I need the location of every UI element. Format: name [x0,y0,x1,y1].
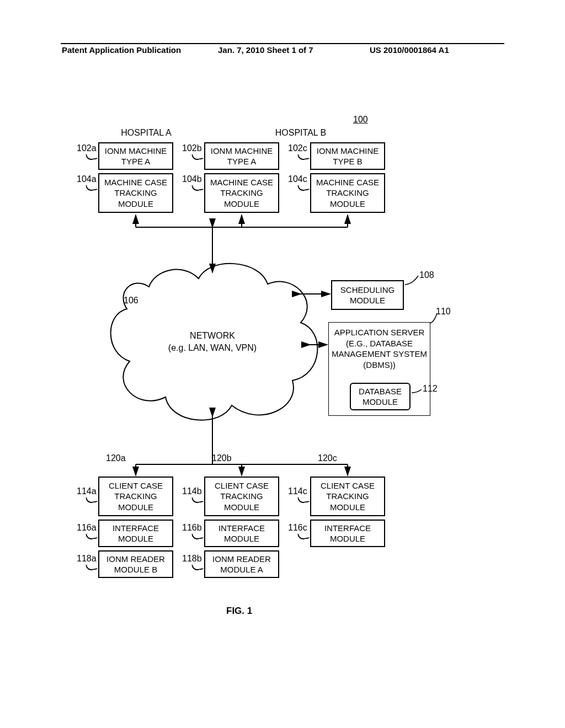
ref-118b: 118b [182,554,202,564]
network-label: NETWORK(e.g. LAN, WAN, VPN) [160,330,265,355]
tick-118b [191,563,204,571]
diagram-overlay [0,0,565,728]
header-left: Patent Application Publication [62,45,181,55]
tick-116b [191,532,204,540]
tick-116a [86,532,98,540]
tick-114c [297,495,310,504]
machine-track-a: MACHINE CASETRACKINGMODULE [98,173,173,213]
ref-114c: 114c [288,486,307,496]
ref-120b: 120b [212,453,232,463]
hospital-a-label: HOSPITAL A [116,128,177,138]
hospital-b-label: HOSPITAL B [270,128,331,138]
ionm-machine-a: IONM MACHINETYPE A [98,142,173,170]
ref-108: 108 [419,270,434,280]
tick-118a [86,563,98,571]
ref-104a: 104a [77,174,97,184]
client-track-a: CLIENT CASETRACKINGMODULE [98,477,173,516]
ionm-machine-b: IONM MACHINETYPE A [204,142,279,170]
machine-track-c: MACHINE CASETRACKINGMODULE [310,173,385,213]
header-right: US 2010/0001864 A1 [370,45,449,55]
ref-106: 106 [124,296,138,306]
scheduling-module: SCHEDULINGMODULE [331,280,404,310]
tick-102a [86,152,98,160]
ref-118a: 118a [77,554,97,564]
tick-104a [86,183,98,191]
client-track-c: CLIENT CASETRACKINGMODULE [310,477,385,516]
tick-104c [297,183,310,191]
header-rule [61,43,504,44]
page: Patent Application Publication Jan. 7, 2… [0,0,565,728]
ref-102c: 102c [288,143,307,153]
ref-116a: 116a [77,523,97,533]
app-server-text: APPLICATION SERVER(E.G., DATABASEMANAGEM… [332,327,427,370]
reader-a: IONM READERMODULE B [98,550,173,578]
ref-110: 110 [436,307,451,317]
ref-116c: 116c [288,523,307,533]
ref-120c: 120c [318,453,337,463]
ref-112: 112 [423,384,438,394]
ref-102b: 102b [182,143,202,153]
ref-120a: 120a [106,453,126,463]
tick-114a [86,495,98,504]
database-module: DATABASEMODULE [350,383,411,410]
interface-b: INTERFACEMODULE [204,520,279,547]
tick-104b [191,183,204,191]
tick-102b [191,152,204,160]
tick-102c [297,152,310,160]
ref-102a: 102a [77,143,97,153]
header-mid: Jan. 7, 2010 Sheet 1 of 7 [218,45,313,55]
tick-114b [191,495,204,504]
tick-116c [297,532,310,540]
client-track-b: CLIENT CASETRACKINGMODULE [204,477,279,516]
ref-104b: 104b [182,174,202,184]
interface-c: INTERFACEMODULE [310,520,385,547]
reader-b: IONM READERMODULE A [204,550,279,578]
interface-a: INTERFACEMODULE [98,520,173,547]
ref-114b: 114b [182,486,202,496]
ref-100: 100 [353,115,368,125]
figure-caption: FIG. 1 [226,606,252,617]
machine-track-b: MACHINE CASETRACKINGMODULE [204,173,279,213]
ref-104c: 104c [288,174,307,184]
ionm-machine-c: IONM MACHINETYPE B [310,142,385,170]
ref-114a: 114a [77,486,97,496]
ref-116b: 116b [182,523,202,533]
